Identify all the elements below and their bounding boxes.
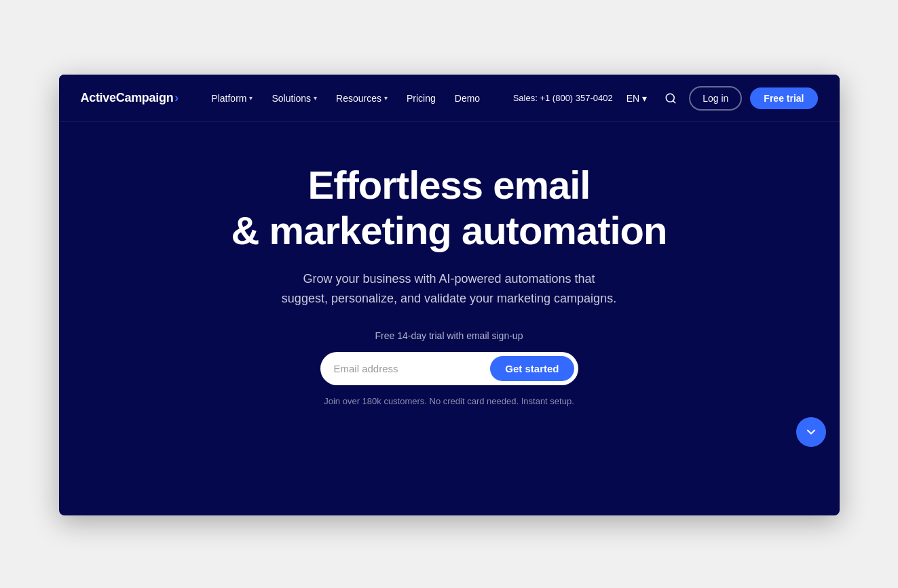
- platform-chevron-icon: ▾: [249, 94, 252, 102]
- email-form: Get started: [320, 352, 578, 385]
- nav-demo-label: Demo: [455, 93, 480, 104]
- hero-subtitle: Grow your business with AI-powered autom…: [282, 269, 616, 309]
- lang-selector[interactable]: EN ▾: [621, 89, 652, 108]
- browser-window: ActiveCampaign › Platform ▾ Solutions ▾ …: [59, 75, 840, 515]
- search-icon: [665, 92, 677, 104]
- get-started-button[interactable]: Get started: [490, 356, 574, 381]
- sales-number: Sales: +1 (800) 357-0402: [513, 93, 613, 103]
- resources-chevron-icon: ▾: [384, 94, 388, 102]
- hero-section: Effortless email & marketing automation …: [59, 122, 840, 460]
- free-trial-button[interactable]: Free trial: [750, 87, 817, 109]
- logo-arrow: ›: [174, 91, 179, 105]
- hero-subtitle-line1: Grow your business with AI-powered autom…: [303, 272, 595, 286]
- hero-title-line2: & marketing automation: [231, 208, 667, 252]
- nav-item-solutions[interactable]: Solutions ▾: [263, 87, 325, 109]
- nav-item-platform[interactable]: Platform ▾: [203, 87, 261, 109]
- social-proof: Join over 180k customers. No credit card…: [324, 396, 574, 406]
- nav-item-resources[interactable]: Resources ▾: [328, 87, 396, 109]
- email-input[interactable]: [334, 363, 485, 374]
- logo[interactable]: ActiveCampaign ›: [81, 91, 179, 105]
- navbar: ActiveCampaign › Platform ▾ Solutions ▾ …: [59, 75, 840, 122]
- nav-item-demo[interactable]: Demo: [447, 87, 488, 109]
- main-content: Effortless email & marketing automation …: [59, 122, 840, 460]
- search-button[interactable]: [660, 88, 681, 109]
- nav-links: Platform ▾ Solutions ▾ Resources ▾ Prici…: [203, 87, 512, 109]
- nav-resources-label: Resources: [336, 93, 381, 104]
- page-wrapper: ActiveCampaign › Platform ▾ Solutions ▾ …: [0, 0, 898, 588]
- svg-line-1: [673, 100, 675, 102]
- hero-title: Effortless email & marketing automation: [231, 163, 667, 253]
- nav-solutions-label: Solutions: [272, 93, 311, 104]
- nav-pricing-label: Pricing: [407, 93, 436, 104]
- nav-right: Sales: +1 (800) 357-0402 EN ▾ Log in Fre…: [513, 86, 818, 111]
- lang-label: EN: [626, 93, 639, 104]
- logo-text: ActiveCampaign: [81, 91, 174, 105]
- hero-subtitle-line2: suggest, personalize, and validate your …: [282, 292, 616, 305]
- trial-label: Free 14-day trial with email sign-up: [375, 330, 523, 341]
- solutions-chevron-icon: ▾: [314, 94, 317, 102]
- scroll-indicator[interactable]: [796, 417, 826, 447]
- nav-platform-label: Platform: [211, 93, 246, 104]
- chevron-down-icon: [804, 425, 818, 439]
- lang-chevron-icon: ▾: [642, 93, 647, 104]
- hero-title-line1: Effortless email: [308, 163, 591, 207]
- nav-item-pricing[interactable]: Pricing: [398, 87, 444, 109]
- login-button[interactable]: Log in: [689, 86, 742, 111]
